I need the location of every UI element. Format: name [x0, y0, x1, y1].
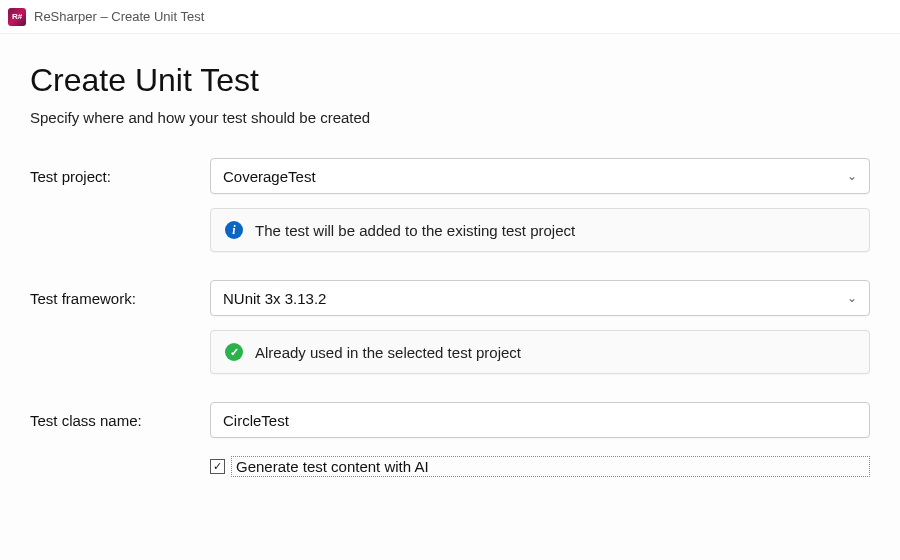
- page-title: Create Unit Test: [30, 62, 870, 99]
- test-framework-value: NUnit 3x 3.13.2: [223, 290, 326, 307]
- dialog-content: Create Unit Test Specify where and how y…: [0, 34, 900, 560]
- generate-ai-checkbox-row: ✓ Generate test content with AI: [210, 456, 870, 477]
- window-title: ReSharper – Create Unit Test: [34, 9, 204, 24]
- test-project-info: i The test will be added to the existing…: [210, 208, 870, 252]
- titlebar: ReSharper – Create Unit Test: [0, 0, 900, 34]
- test-project-value: CoverageTest: [223, 168, 316, 185]
- test-class-name-label: Test class name:: [30, 412, 210, 429]
- resharper-app-icon: [8, 8, 26, 26]
- test-framework-row: Test framework: NUnit 3x 3.13.2 ⌄: [30, 280, 870, 316]
- test-project-label: Test project:: [30, 168, 210, 185]
- test-framework-label: Test framework:: [30, 290, 210, 307]
- page-subtitle: Specify where and how your test should b…: [30, 109, 870, 126]
- generate-ai-checkbox-label[interactable]: Generate test content with AI: [231, 456, 870, 477]
- test-class-name-input[interactable]: [210, 402, 870, 438]
- test-project-dropdown[interactable]: CoverageTest ⌄: [210, 158, 870, 194]
- test-project-row: Test project: CoverageTest ⌄: [30, 158, 870, 194]
- test-framework-dropdown[interactable]: NUnit 3x 3.13.2 ⌄: [210, 280, 870, 316]
- info-icon: i: [225, 221, 243, 239]
- test-framework-info: ✓ Already used in the selected test proj…: [210, 330, 870, 374]
- check-circle-icon: ✓: [225, 343, 243, 361]
- chevron-down-icon: ⌄: [847, 169, 857, 183]
- test-project-info-text: The test will be added to the existing t…: [255, 222, 575, 239]
- test-class-name-row: Test class name:: [30, 402, 870, 438]
- generate-ai-checkbox[interactable]: ✓: [210, 459, 225, 474]
- test-framework-info-text: Already used in the selected test projec…: [255, 344, 521, 361]
- chevron-down-icon: ⌄: [847, 291, 857, 305]
